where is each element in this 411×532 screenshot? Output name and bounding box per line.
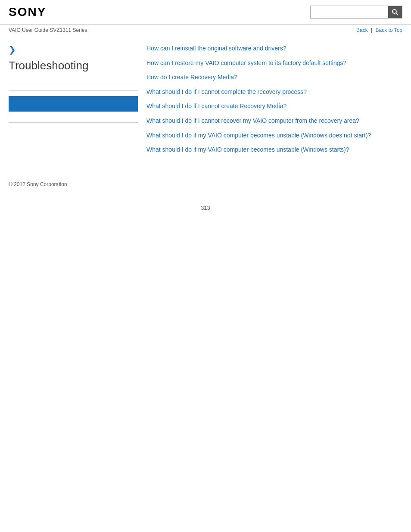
search-box[interactable] [310, 6, 402, 19]
list-item: What should I do if my VAIO computer bec… [146, 146, 402, 154]
guide-title: VAIO User Guide SVZ1311 Series [9, 27, 87, 33]
search-input[interactable] [311, 6, 388, 18]
search-button[interactable] [388, 6, 402, 18]
content-link-2[interactable]: How do I create Recovery Media? [146, 74, 237, 81]
nav-links: Back | Back to Top [356, 27, 402, 33]
list-item: What should I do if my VAIO computer bec… [146, 131, 402, 140]
sidebar-divider-2 [9, 90, 138, 91]
content-link-6[interactable]: What should I do if my VAIO computer bec… [146, 132, 371, 139]
content-link-0[interactable]: How can I reinstall the original softwar… [146, 45, 286, 52]
back-to-top-link[interactable]: Back to Top [376, 27, 402, 33]
sidebar-title: Troubleshooting [9, 59, 138, 76]
nav-separator: | [371, 27, 372, 33]
sidebar-arrow[interactable]: ❯ [9, 44, 138, 55]
sidebar: ❯ Troubleshooting [9, 44, 138, 163]
search-icon [392, 9, 399, 16]
list-item: How do I create Recovery Media? [146, 73, 402, 82]
footer: © 2012 Sony Corporation [0, 172, 411, 196]
content-divider [146, 163, 402, 163]
copyright: © 2012 Sony Corporation [9, 181, 67, 187]
content-link-4[interactable]: What should I do if I cannot create Reco… [146, 103, 286, 109]
page-number: 313 [0, 196, 411, 220]
sub-header: VAIO User Guide SVZ1311 Series Back | Ba… [0, 25, 411, 36]
list-item: What should I do if I cannot complete th… [146, 88, 402, 96]
page-header: SONY [0, 0, 411, 25]
sidebar-divider-3 [9, 117, 138, 117]
right-content: How can I reinstall the original softwar… [146, 44, 402, 163]
content-link-7[interactable]: What should I do if my VAIO computer bec… [146, 146, 349, 153]
sidebar-divider-4 [9, 122, 138, 123]
list-item: What should I do if I cannot recover my … [146, 117, 402, 125]
list-item: How can I restore my VAIO computer syste… [146, 59, 402, 68]
main-content: ❯ Troubleshooting How can I reinstall th… [0, 36, 411, 172]
content-link-1[interactable]: How can I restore my VAIO computer syste… [146, 59, 346, 66]
sidebar-divider-1 [9, 85, 138, 85]
list-item: How can I reinstall the original softwar… [146, 44, 402, 53]
sidebar-highlight [9, 96, 138, 112]
list-item: What should I do if I cannot create Reco… [146, 102, 402, 111]
svg-line-1 [396, 13, 398, 15]
back-link[interactable]: Back [356, 27, 368, 33]
content-link-5[interactable]: What should I do if I cannot recover my … [146, 117, 359, 124]
link-list: How can I reinstall the original softwar… [146, 44, 402, 154]
svg-point-0 [392, 9, 396, 13]
sony-logo: SONY [9, 5, 46, 19]
content-link-3[interactable]: What should I do if I cannot complete th… [146, 88, 307, 95]
